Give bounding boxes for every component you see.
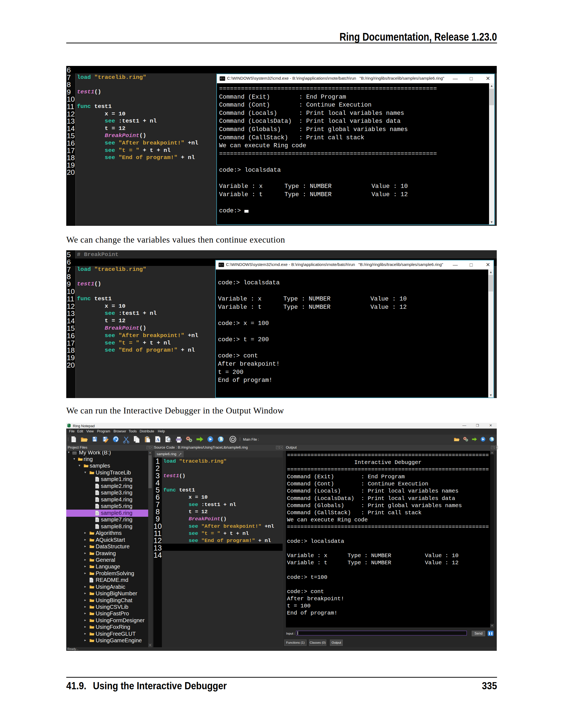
svg-text:A: A: [156, 437, 159, 442]
